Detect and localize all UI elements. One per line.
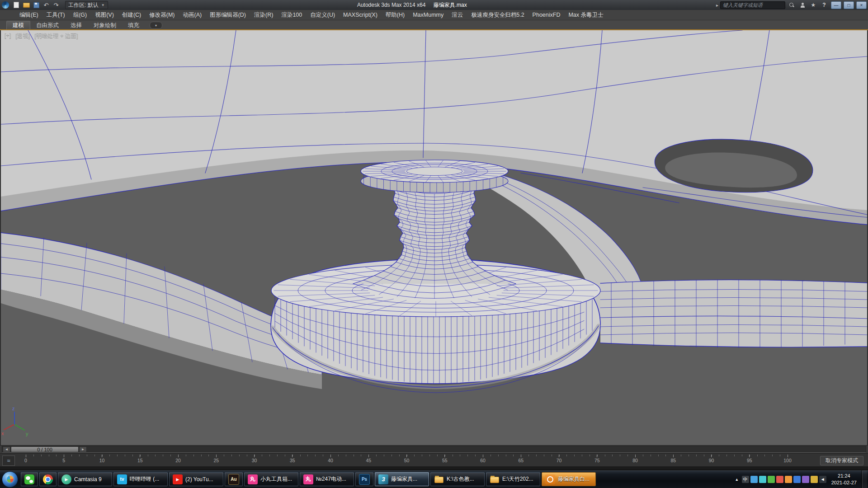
menu-item-0[interactable]: 编辑(E) (15, 10, 42, 20)
yt-icon: ▶ (173, 474, 183, 484)
viewport-menu-shading[interactable]: [明暗处理 + 边面] (34, 32, 78, 40)
viewport-menu-pov[interactable]: [透视] (15, 32, 30, 40)
perspective-viewport[interactable]: xyz [+] [透视] [明暗处理 + 边面] (1, 30, 867, 445)
redo-icon[interactable]: ↷ (52, 1, 61, 9)
search-icon[interactable] (787, 1, 796, 9)
menu-item-6[interactable]: 动画(A) (179, 10, 206, 20)
time-slider-row: ◄ 0 / 100 ► (0, 445, 868, 453)
ime-indicator[interactable]: 中 (742, 476, 749, 483)
ribbon-tab-2[interactable]: 选择 (65, 21, 88, 30)
ribbon-tab-3[interactable]: 对象绘制 (88, 21, 122, 30)
timeline-tick: 5 (55, 455, 73, 463)
mini-curve-editor-button[interactable]: ≈ (2, 455, 15, 466)
taskbar-button-folder-k[interactable]: K:\古色教... (430, 472, 485, 486)
sign-in-icon[interactable] (798, 1, 807, 9)
time-slider-track[interactable]: ◄ 0 / 100 ► (2, 446, 866, 453)
taskbar-button-camtasia[interactable]: ▶Camtasia 9 (58, 472, 112, 486)
timeline-tick: 65 (512, 455, 530, 463)
cancel-expert-mode-button[interactable]: 取消专家模式 (820, 456, 863, 465)
taskbar-button-wechat[interactable] (21, 472, 38, 486)
taskbar-button-no247-diandong[interactable]: 丸№247电动... (300, 472, 354, 486)
timeline-tick: 15 (131, 455, 149, 463)
chevron-right-icon[interactable]: ▸ (716, 3, 718, 8)
search-input[interactable] (720, 1, 785, 9)
hidden-icons-chevron[interactable]: ▴ (733, 476, 741, 483)
workspace-dropdown[interactable]: 工作区: 默认 ▼ (65, 1, 108, 9)
favorites-star-icon[interactable]: ★ (809, 1, 818, 9)
ribbon-tab-0[interactable]: 建模 (6, 21, 30, 30)
timeline-tick: 95 (741, 455, 759, 463)
save-file-icon[interactable] (32, 1, 41, 9)
tray-app-yellow[interactable] (811, 476, 818, 483)
taskbar-button-photoshop[interactable]: Ps (355, 472, 373, 486)
tray-app-indigo[interactable] (793, 476, 801, 483)
open-file-icon[interactable] (22, 1, 31, 9)
menu-item-12[interactable]: 帮助(H) (382, 10, 409, 20)
tray-app-green[interactable] (768, 476, 775, 483)
timeline-tick: 80 (626, 455, 644, 463)
taskbar-button-chrome[interactable] (39, 472, 57, 486)
viewport-canvas[interactable]: xyz (1, 30, 867, 445)
windows-taskbar: ▶Camtasia 9tv哔哩哔哩 (...▶(2) YouTu...Au丸小丸… (0, 470, 868, 488)
next-frame-button[interactable]: ► (79, 446, 87, 452)
timeline-tick: 30 (245, 455, 264, 463)
menu-item-3[interactable]: 视图(V) (91, 10, 118, 20)
viewport-menu-general[interactable]: [+] (5, 32, 11, 40)
timeline-tick: 25 (207, 455, 225, 463)
3ds-max-logo-icon[interactable] (2, 1, 9, 9)
time-slider-handle[interactable]: 0 / 100 (11, 446, 79, 452)
menu-item-7[interactable]: 图形编辑器(D) (206, 10, 250, 20)
clock-time: 21:24 (831, 473, 857, 479)
tray-app-purple[interactable] (802, 476, 809, 483)
taskbar-button-xiaowan-toolbox[interactable]: 丸小丸工具箱... (244, 472, 298, 486)
menu-item-1[interactable]: 工具(T) (42, 10, 69, 20)
new-file-icon[interactable] (12, 1, 21, 9)
taskbar-button-folder-e[interactable]: E:\天竹202... (486, 472, 540, 486)
menu-item-17[interactable]: Max 杀毒卫士 (564, 10, 607, 20)
taskbar-button-audition[interactable]: Au (225, 472, 243, 486)
taskbar-button-label: Camtasia 9 (74, 476, 108, 483)
timeline-tick: 70 (550, 455, 568, 463)
ribbon-tab-1[interactable]: 自由形式 (30, 21, 65, 30)
volume-icon[interactable]: ◄ (819, 476, 826, 483)
menu-item-14[interactable]: 渲云 (448, 10, 467, 20)
taskbar-button-snagit-capture[interactable]: 藤编家具白... (542, 472, 596, 486)
tray-app-teal[interactable] (759, 476, 766, 483)
taskbar-button-label: 哔哩哔哩 (... (130, 475, 164, 483)
tray-app-orange[interactable] (785, 476, 792, 483)
tray-app-red[interactable] (776, 476, 783, 483)
help-icon[interactable]: ? (820, 1, 829, 9)
menu-item-2[interactable]: 组(G) (69, 10, 91, 20)
taskbar-button-max-file[interactable]: 3藤编家具... (375, 472, 429, 486)
menu-item-4[interactable]: 创建(C) (118, 10, 145, 20)
start-button[interactable] (2, 471, 18, 488)
ribbon-tab-4[interactable]: 填充 (122, 21, 145, 30)
menu-item-9[interactable]: 渲染100 (277, 10, 306, 20)
ribbon-minimize-button[interactable]: ▾ (150, 22, 162, 29)
wechat-icon (24, 474, 34, 484)
menu-item-13[interactable]: MaxMummy (409, 10, 448, 20)
timeline-tick: 100 (778, 455, 797, 463)
menu-item-8[interactable]: 渲染(R) (250, 10, 277, 20)
taskbar-button-bilibili[interactable]: tv哔哩哔哩 (... (113, 472, 168, 486)
show-desktop-button[interactable] (862, 470, 867, 488)
taskbar-clock[interactable]: 21:24 2021-02-27 (831, 473, 857, 486)
window-title: Autodesk 3ds Max 2014 x64 藤编家具.max (108, 1, 716, 9)
menu-item-15[interactable]: 极速瘦身安全归档5.2 (467, 10, 528, 20)
undo-icon[interactable]: ↶ (42, 1, 51, 9)
track-bar[interactable]: ≈ 05101520253035404550556065707580859095… (0, 453, 868, 467)
menu-item-11[interactable]: MAXScript(X) (339, 10, 382, 20)
menu-item-5[interactable]: 修改器(M) (145, 10, 179, 20)
menu-item-16[interactable]: PhoenixFD (528, 10, 565, 20)
3ds-max-window: ↶ ↷ 工作区: 默认 ▼ Autodesk 3ds Max 2014 x64 … (0, 0, 868, 488)
tray-app-blue[interactable] (750, 476, 758, 483)
axis-label-x: x (1, 431, 4, 436)
minimize-button[interactable]: — (831, 1, 841, 9)
previous-frame-button[interactable]: ◄ (3, 446, 10, 452)
menu-item-10[interactable]: 自定义(U) (306, 10, 339, 20)
close-button[interactable]: × (856, 1, 867, 9)
quick-access-toolbar: ↶ ↷ 工作区: 默认 ▼ (0, 1, 108, 9)
maximize-button[interactable]: □ (844, 1, 854, 9)
taskbar-button-youtube[interactable]: ▶(2) YouTu... (169, 472, 223, 486)
wan-icon: 丸 (248, 474, 258, 484)
